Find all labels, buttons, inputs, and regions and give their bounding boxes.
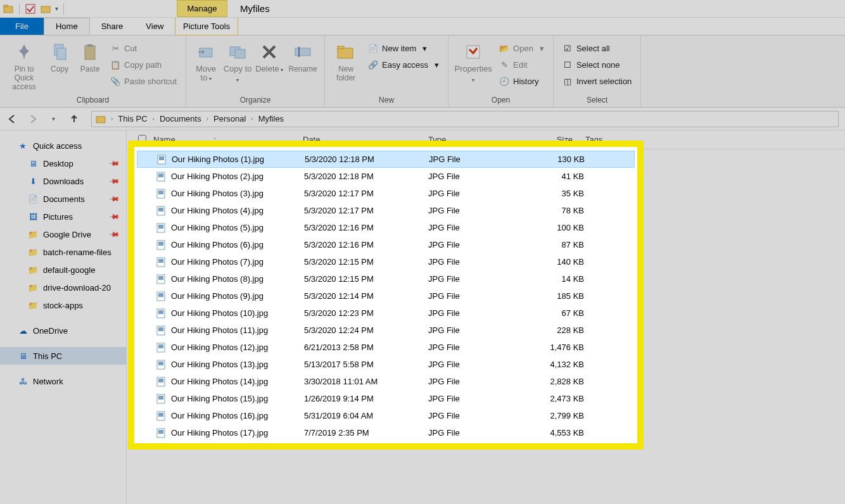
sidebar-item[interactable]: ⬇Downloads📌 [0, 172, 126, 190]
pin-quick-access-button[interactable]: Pin to Quick access [5, 38, 43, 91]
file-date: 5/3/2020 12:17 PM [304, 206, 428, 215]
copy-button[interactable]: Copy [46, 38, 73, 73]
breadcrumb-documents[interactable]: Documents [160, 114, 201, 123]
file-size: 100 KB [523, 223, 584, 232]
delete-button[interactable]: Delete ▾ [255, 38, 284, 75]
ribbon-group-open: Properties ▾ 📂Open▾ ✎Edit 🕘History Open [448, 35, 554, 107]
svg-rect-6 [85, 46, 95, 60]
sidebar-item[interactable]: 📁drive-download-20 [0, 279, 126, 296]
file-row[interactable]: Our Hiking Photos (17).jpg7/7/2019 2:35 … [137, 424, 635, 441]
file-row[interactable]: Our Hiking Photos (3).jpg5/3/2020 12:17 … [137, 185, 635, 202]
group-label-clipboard: Clipboard [5, 94, 181, 106]
file-row[interactable]: Our Hiking Photos (11).jpg5/3/2020 12:24… [137, 322, 635, 339]
folder-icon [3, 3, 14, 15]
sidebar-item[interactable]: 📁default-google [0, 261, 126, 279]
jpg-file-icon [155, 375, 167, 388]
tab-file[interactable]: File [0, 18, 44, 35]
file-row[interactable]: Our Hiking Photos (16).jpg5/31/2019 6:04… [137, 407, 635, 424]
paste-icon [80, 42, 100, 62]
sidebar-this-pc[interactable]: 🖥 This PC [0, 347, 126, 365]
sidebar-item-label: batch-rename-files [43, 248, 111, 257]
tab-home[interactable]: Home [44, 18, 90, 35]
move-to-button[interactable]: Move to ▾ [191, 38, 220, 84]
file-row[interactable]: Our Hiking Photos (13).jpg5/13/2017 5:58… [137, 356, 635, 373]
invert-selection-button[interactable]: ◫Invert selection [559, 73, 635, 89]
file-size: 4,553 KB [523, 428, 584, 438]
sidebar-item[interactable]: 📁stock-apps [0, 296, 126, 314]
file-row[interactable]: Our Hiking Photos (7).jpg5/3/2020 12:15 … [137, 253, 635, 270]
sidebar-item[interactable]: 📁Google Drive📌 [0, 225, 126, 243]
paste-shortcut-icon: 📎 [110, 76, 120, 86]
rename-button[interactable]: Rename [286, 38, 319, 73]
new-folder-button[interactable]: New folder [330, 38, 362, 82]
chevron-right-icon[interactable]: › [251, 115, 253, 122]
tab-share[interactable]: Share [90, 18, 135, 35]
file-row[interactable]: Our Hiking Photos (14).jpg3/30/2018 11:0… [137, 373, 635, 390]
file-row[interactable]: Our Hiking Photos (1).jpg5/3/2020 12:18 … [137, 151, 635, 168]
file-type: JPG File [428, 360, 523, 369]
group-label-open: Open [454, 94, 548, 106]
sidebar-quick-access[interactable]: ★ Quick access [0, 137, 126, 154]
jpg-file-icon [155, 239, 167, 251]
tab-view[interactable]: View [134, 18, 175, 35]
manage-contextual-tab[interactable]: Manage [177, 0, 227, 17]
paste-button[interactable]: Paste [76, 38, 104, 73]
address-bar[interactable]: › This PC › Documents › Personal › Myfil… [91, 111, 839, 127]
file-row[interactable]: Our Hiking Photos (10).jpg5/3/2020 12:23… [137, 305, 635, 322]
breadcrumb-personal[interactable]: Personal [213, 114, 246, 123]
svg-rect-7 [87, 44, 92, 47]
qat-dropdown-icon[interactable]: ▾ [55, 5, 58, 12]
copy-path-button[interactable]: 📋Copy path [106, 57, 181, 72]
sidebar-network[interactable]: 🖧 Network [0, 372, 126, 390]
file-name: Our Hiking Photos (5).jpg [171, 223, 304, 232]
svg-rect-36 [158, 310, 163, 314]
file-type: JPG File [428, 325, 523, 335]
cut-button[interactable]: ✂Cut [106, 41, 181, 56]
properties-check-icon[interactable] [25, 3, 36, 15]
sidebar-onedrive[interactable]: ☁ OneDrive [0, 322, 126, 339]
forward-button[interactable] [27, 112, 39, 126]
sidebar-item[interactable]: 📁batch-rename-files [0, 243, 126, 261]
file-name: Our Hiking Photos (15).jpg [171, 394, 304, 403]
file-type: JPG File [428, 428, 523, 438]
sidebar-item[interactable]: 🖼Pictures📌 [0, 208, 126, 225]
paste-shortcut-button[interactable]: 📎Paste shortcut [106, 73, 181, 89]
file-row[interactable]: Our Hiking Photos (9).jpg5/3/2020 12:14 … [137, 287, 635, 305]
file-row[interactable]: Our Hiking Photos (4).jpg5/3/2020 12:17 … [137, 202, 635, 219]
select-none-button[interactable]: ☐Select none [559, 57, 635, 72]
folder-icon: 🖥 [28, 158, 38, 168]
chevron-right-icon[interactable]: › [153, 115, 155, 122]
open-button[interactable]: 📂Open▾ [495, 41, 548, 56]
edit-button[interactable]: ✎Edit [495, 57, 548, 72]
file-row[interactable]: Our Hiking Photos (15).jpg1/26/2019 9:14… [137, 390, 635, 407]
sidebar-item[interactable]: 📄Documents📌 [0, 190, 126, 208]
sidebar-item[interactable]: 🖥Desktop📌 [0, 154, 126, 172]
breadcrumb-thispc[interactable]: This PC [118, 114, 147, 123]
history-button[interactable]: 🕘History [495, 73, 548, 89]
file-row[interactable]: Our Hiking Photos (2).jpg5/3/2020 12:18 … [137, 168, 635, 185]
file-row[interactable]: Our Hiking Photos (5).jpg5/3/2020 12:16 … [137, 219, 635, 236]
chevron-right-icon[interactable]: › [111, 115, 113, 122]
breadcrumb-myfiles[interactable]: Myfiles [258, 114, 284, 123]
file-size: 87 KB [523, 240, 584, 249]
chevron-right-icon[interactable]: › [206, 115, 208, 122]
file-list-area: Name˄ Date Type Size Tags Our Hiking Pho… [127, 130, 845, 504]
recent-locations-dropdown[interactable]: ▾ [48, 112, 60, 126]
back-button[interactable] [6, 112, 18, 126]
file-date: 6/21/2013 2:58 PM [304, 343, 428, 352]
open-icon: 📂 [499, 43, 509, 53]
pin-icon: 📌 [108, 175, 120, 187]
file-row[interactable]: Our Hiking Photos (12).jpg6/21/2013 2:58… [137, 339, 635, 356]
select-all-button[interactable]: ☑Select all [559, 41, 635, 56]
up-button[interactable] [68, 112, 80, 126]
file-date: 5/31/2019 6:04 AM [304, 411, 428, 420]
tab-picture-tools[interactable]: Picture Tools [175, 18, 238, 35]
easy-access-button[interactable]: 🔗Easy access▾ [364, 57, 443, 72]
file-row[interactable]: Our Hiking Photos (8).jpg5/3/2020 12:15 … [137, 270, 635, 287]
file-date: 5/13/2017 5:58 PM [304, 360, 428, 369]
new-item-button[interactable]: 📄New item▾ [364, 41, 443, 56]
jpg-file-icon [155, 153, 168, 166]
file-row[interactable]: Our Hiking Photos (6).jpg5/3/2020 12:16 … [137, 236, 635, 253]
properties-button[interactable]: Properties ▾ [454, 38, 493, 85]
copy-to-button[interactable]: Copy to ▾ [223, 38, 252, 85]
